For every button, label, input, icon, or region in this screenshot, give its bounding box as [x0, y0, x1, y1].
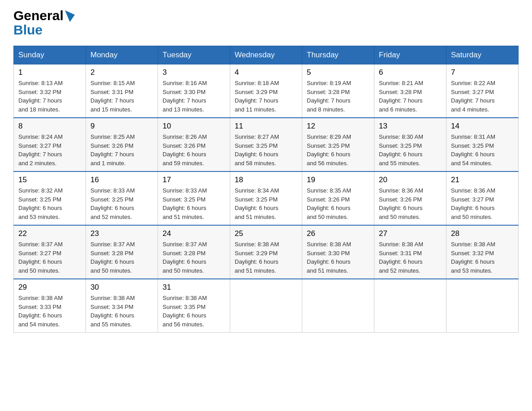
day-info: Sunrise: 8:25 AMSunset: 3:26 PMDaylight:…	[90, 133, 153, 167]
day-info: Sunrise: 8:36 AMSunset: 3:27 PMDaylight:…	[451, 186, 514, 221]
day-info: Sunrise: 8:13 AMSunset: 3:32 PMDaylight:…	[18, 79, 81, 114]
logo-general-text: General	[13, 9, 64, 22]
day-number: 19	[307, 176, 369, 184]
day-number: 28	[451, 229, 514, 238]
calendar-cell: 16 Sunrise: 8:33 AMSunset: 3:25 PMDaylig…	[86, 171, 158, 225]
day-number: 31	[163, 283, 225, 292]
calendar-cell: 21 Sunrise: 8:36 AMSunset: 3:27 PMDaylig…	[446, 171, 519, 225]
week-row-3: 15 Sunrise: 8:32 AMSunset: 3:25 PMDaylig…	[14, 171, 519, 225]
page-header: General Blue	[13, 9, 519, 37]
day-info: Sunrise: 8:37 AMSunset: 3:28 PMDaylight:…	[163, 240, 225, 275]
calendar-cell: 13 Sunrise: 8:30 AMSunset: 3:25 PMDaylig…	[374, 118, 446, 171]
day-info: Sunrise: 8:24 AMSunset: 3:27 PMDaylight:…	[18, 133, 81, 167]
day-info: Sunrise: 8:38 AMSunset: 3:31 PMDaylight:…	[379, 240, 442, 275]
calendar-cell: 17 Sunrise: 8:33 AMSunset: 3:25 PMDaylig…	[158, 171, 230, 225]
calendar-cell: 23 Sunrise: 8:37 AMSunset: 3:28 PMDaylig…	[86, 225, 158, 279]
day-info: Sunrise: 8:32 AMSunset: 3:25 PMDaylight:…	[18, 186, 81, 221]
day-info: Sunrise: 8:36 AMSunset: 3:26 PMDaylight:…	[379, 186, 442, 221]
logo-blue-text: Blue	[13, 22, 43, 37]
day-number: 1	[18, 68, 81, 77]
day-info: Sunrise: 8:29 AMSunset: 3:25 PMDaylight:…	[307, 133, 369, 167]
calendar-cell: 28 Sunrise: 8:38 AMSunset: 3:32 PMDaylig…	[446, 225, 519, 279]
calendar-cell	[230, 279, 302, 333]
day-number: 17	[163, 176, 225, 184]
day-info: Sunrise: 8:16 AMSunset: 3:30 PMDaylight:…	[163, 79, 225, 114]
calendar-cell: 10 Sunrise: 8:26 AMSunset: 3:26 PMDaylig…	[158, 118, 230, 171]
calendar-table: SundayMondayTuesdayWednesdayThursdayFrid…	[13, 46, 519, 333]
day-number: 14	[451, 122, 514, 131]
day-info: Sunrise: 8:34 AMSunset: 3:25 PMDaylight:…	[235, 186, 297, 221]
calendar-cell	[302, 279, 374, 333]
day-number: 30	[90, 283, 153, 292]
logo-arrow-icon	[65, 10, 75, 22]
calendar-cell: 15 Sunrise: 8:32 AMSunset: 3:25 PMDaylig…	[14, 171, 86, 225]
calendar-cell: 22 Sunrise: 8:37 AMSunset: 3:27 PMDaylig…	[14, 225, 86, 279]
day-info: Sunrise: 8:38 AMSunset: 3:34 PMDaylight:…	[90, 294, 153, 329]
day-number: 27	[379, 229, 442, 238]
day-info: Sunrise: 8:38 AMSunset: 3:29 PMDaylight:…	[235, 240, 297, 275]
weekday-header-saturday: Saturday	[446, 46, 519, 64]
weekday-header-sunday: Sunday	[14, 46, 86, 64]
calendar-cell: 7 Sunrise: 8:22 AMSunset: 3:27 PMDayligh…	[446, 64, 519, 118]
svg-marker-0	[65, 10, 75, 22]
day-info: Sunrise: 8:30 AMSunset: 3:25 PMDaylight:…	[379, 133, 442, 167]
day-number: 18	[235, 176, 297, 184]
day-info: Sunrise: 8:27 AMSunset: 3:25 PMDaylight:…	[235, 133, 297, 167]
day-number: 26	[307, 229, 369, 238]
calendar-cell: 3 Sunrise: 8:16 AMSunset: 3:30 PMDayligh…	[158, 64, 230, 118]
calendar-cell: 2 Sunrise: 8:15 AMSunset: 3:31 PMDayligh…	[86, 64, 158, 118]
day-info: Sunrise: 8:38 AMSunset: 3:35 PMDaylight:…	[163, 294, 225, 329]
calendar-cell: 8 Sunrise: 8:24 AMSunset: 3:27 PMDayligh…	[14, 118, 86, 171]
calendar-cell	[374, 279, 446, 333]
calendar-cell: 5 Sunrise: 8:19 AMSunset: 3:28 PMDayligh…	[302, 64, 374, 118]
calendar-cell: 4 Sunrise: 8:18 AMSunset: 3:29 PMDayligh…	[230, 64, 302, 118]
weekday-header-thursday: Thursday	[302, 46, 374, 64]
week-row-4: 22 Sunrise: 8:37 AMSunset: 3:27 PMDaylig…	[14, 225, 519, 279]
day-number: 13	[379, 122, 442, 131]
week-row-1: 1 Sunrise: 8:13 AMSunset: 3:32 PMDayligh…	[14, 64, 519, 118]
day-info: Sunrise: 8:19 AMSunset: 3:28 PMDaylight:…	[307, 79, 369, 114]
day-number: 25	[235, 229, 297, 238]
day-number: 5	[307, 68, 369, 77]
weekday-header-wednesday: Wednesday	[230, 46, 302, 64]
day-info: Sunrise: 8:33 AMSunset: 3:25 PMDaylight:…	[90, 186, 153, 221]
day-info: Sunrise: 8:33 AMSunset: 3:25 PMDaylight:…	[163, 186, 225, 221]
calendar-cell: 11 Sunrise: 8:27 AMSunset: 3:25 PMDaylig…	[230, 118, 302, 171]
day-number: 24	[163, 229, 225, 238]
day-number: 3	[163, 68, 225, 77]
day-info: Sunrise: 8:38 AMSunset: 3:33 PMDaylight:…	[18, 294, 81, 329]
day-number: 20	[379, 176, 442, 184]
day-number: 21	[451, 176, 514, 184]
day-number: 8	[18, 122, 81, 131]
day-number: 10	[163, 122, 225, 131]
day-number: 4	[235, 68, 297, 77]
calendar-cell: 29 Sunrise: 8:38 AMSunset: 3:33 PMDaylig…	[14, 279, 86, 333]
weekday-header-row: SundayMondayTuesdayWednesdayThursdayFrid…	[14, 46, 519, 64]
logo: General Blue	[13, 9, 75, 37]
day-info: Sunrise: 8:26 AMSunset: 3:26 PMDaylight:…	[163, 133, 225, 167]
day-number: 22	[18, 229, 81, 238]
day-number: 16	[90, 176, 153, 184]
day-number: 7	[451, 68, 514, 77]
calendar-cell: 25 Sunrise: 8:38 AMSunset: 3:29 PMDaylig…	[230, 225, 302, 279]
day-number: 6	[379, 68, 442, 77]
calendar-cell: 26 Sunrise: 8:38 AMSunset: 3:30 PMDaylig…	[302, 225, 374, 279]
day-info: Sunrise: 8:38 AMSunset: 3:30 PMDaylight:…	[307, 240, 369, 275]
weekday-header-monday: Monday	[86, 46, 158, 64]
day-number: 12	[307, 122, 369, 131]
day-info: Sunrise: 8:31 AMSunset: 3:25 PMDaylight:…	[451, 133, 514, 167]
calendar-cell	[446, 279, 519, 333]
calendar-cell: 20 Sunrise: 8:36 AMSunset: 3:26 PMDaylig…	[374, 171, 446, 225]
day-info: Sunrise: 8:37 AMSunset: 3:27 PMDaylight:…	[18, 240, 81, 275]
calendar-cell: 12 Sunrise: 8:29 AMSunset: 3:25 PMDaylig…	[302, 118, 374, 171]
day-info: Sunrise: 8:37 AMSunset: 3:28 PMDaylight:…	[90, 240, 153, 275]
calendar-cell: 31 Sunrise: 8:38 AMSunset: 3:35 PMDaylig…	[158, 279, 230, 333]
calendar-cell: 24 Sunrise: 8:37 AMSunset: 3:28 PMDaylig…	[158, 225, 230, 279]
day-number: 23	[90, 229, 153, 238]
calendar-cell: 30 Sunrise: 8:38 AMSunset: 3:34 PMDaylig…	[86, 279, 158, 333]
day-info: Sunrise: 8:15 AMSunset: 3:31 PMDaylight:…	[90, 79, 153, 114]
day-number: 11	[235, 122, 297, 131]
day-info: Sunrise: 8:38 AMSunset: 3:32 PMDaylight:…	[451, 240, 514, 275]
day-info: Sunrise: 8:18 AMSunset: 3:29 PMDaylight:…	[235, 79, 297, 114]
week-row-5: 29 Sunrise: 8:38 AMSunset: 3:33 PMDaylig…	[14, 279, 519, 333]
